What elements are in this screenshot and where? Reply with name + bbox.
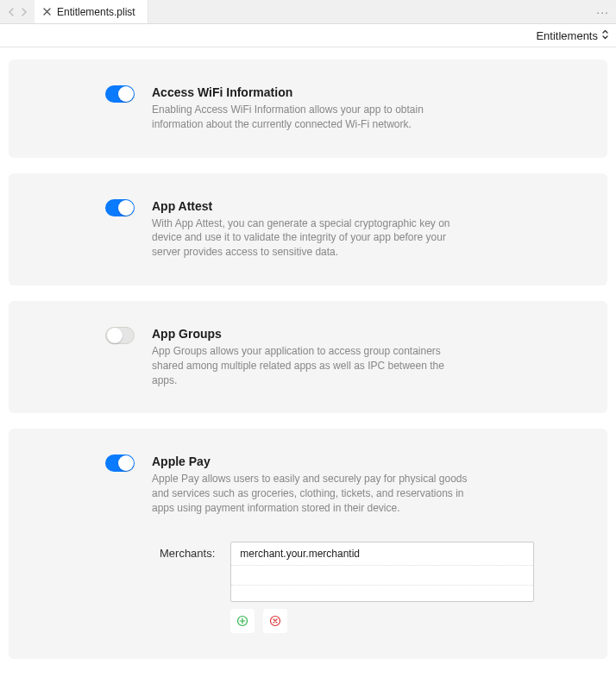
tab-title: Entitlements.plist <box>57 6 135 18</box>
merchants-section: Merchants: merchant.your.merchantid <box>43 542 573 633</box>
merchant-row-empty <box>231 566 533 586</box>
card-description: With App Attest, you can generate a spec… <box>152 216 469 260</box>
add-merchant-button[interactable] <box>230 609 255 633</box>
card-title: Access WiFi Information <box>152 85 469 99</box>
nav-arrows <box>0 0 35 23</box>
merchants-label: Merchants: <box>160 542 215 560</box>
card-description: App Groups allows your application to ac… <box>152 344 469 387</box>
toggle-wifi[interactable] <box>105 85 135 103</box>
merchant-row[interactable]: merchant.your.merchantid <box>231 542 533 566</box>
entitlement-card-groups: App Groups App Groups allows your applic… <box>9 301 607 413</box>
view-mode-label: Entitlements <box>536 29 598 42</box>
close-icon[interactable] <box>41 7 52 17</box>
entitlement-card-wifi: Access WiFi Information Enabling Access … <box>9 60 607 158</box>
card-description: Enabling Access WiFi Information allows … <box>152 103 469 132</box>
card-description: Apple Pay allows users to easily and sec… <box>152 472 469 515</box>
entitlement-card-attest: App Attest With App Attest, you can gene… <box>9 173 607 285</box>
toggle-groups[interactable] <box>105 327 135 344</box>
nav-forward-button[interactable] <box>17 5 31 19</box>
tab-entitlements[interactable]: Entitlements.plist <box>35 0 148 23</box>
tab-bar: Entitlements.plist ··· <box>0 0 616 24</box>
card-title: App Attest <box>152 199 469 213</box>
x-circle-icon <box>269 615 281 627</box>
card-title: Apple Pay <box>152 454 469 468</box>
toggle-attest[interactable] <box>105 199 135 216</box>
toggle-applepay[interactable] <box>105 454 135 472</box>
merchants-list[interactable]: merchant.your.merchantid <box>230 542 534 602</box>
entitlement-card-applepay: Apple Pay Apple Pay allows users to easi… <box>9 429 607 658</box>
card-title: App Groups <box>152 327 469 341</box>
plus-circle-icon <box>236 615 248 627</box>
view-mode-selector[interactable]: Entitlements <box>0 24 616 47</box>
chevron-sort-icon <box>601 29 609 42</box>
entitlements-list: Access WiFi Information Enabling Access … <box>0 47 616 677</box>
more-button[interactable]: ··· <box>589 0 616 23</box>
remove-merchant-button[interactable] <box>263 609 287 633</box>
nav-back-button[interactable] <box>3 5 17 19</box>
